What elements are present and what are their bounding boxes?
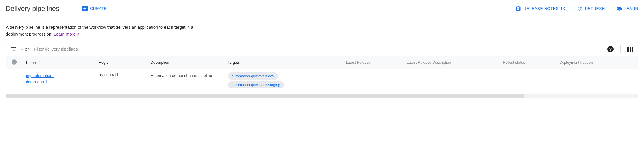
cell-latest-release: —	[341, 69, 402, 94]
target-chip[interactable]: automation-quickstart-dev	[228, 72, 278, 80]
plus-icon	[82, 6, 88, 11]
table-row[interactable]: my-automation-demo-app-1 us-central1 Aut…	[6, 69, 638, 94]
col-rollout-status[interactable]: Rollout status	[498, 56, 555, 69]
status-dot-icon	[12, 59, 17, 65]
filter-label: Filter	[20, 47, 29, 51]
learn-button[interactable]: LEARN	[616, 6, 638, 11]
col-name[interactable]: Name ↑	[21, 56, 94, 69]
filter-bar: Filter ?	[6, 42, 638, 56]
cell-region: us-central1	[94, 69, 146, 94]
cell-description: Automation demonstration pipeline	[146, 69, 223, 94]
latest-release-value: —	[346, 72, 350, 77]
description-section: A delivery pipeline is a representation …	[0, 17, 214, 42]
table-header-row: Name ↑ Region Description Targets Latest…	[6, 56, 638, 69]
latest-release-desc-value: —	[407, 72, 411, 77]
header-actions-left: CREATE	[82, 6, 107, 11]
col-latest-release-description[interactable]: Latest Release Description	[402, 56, 498, 69]
external-link-icon	[561, 6, 565, 11]
external-link-icon: ⬀	[76, 32, 79, 36]
cell-rollout-status	[498, 69, 555, 94]
refresh-button[interactable]: REFRESH	[577, 6, 605, 11]
pipeline-link[interactable]: my-automation-demo-app-1	[26, 72, 57, 85]
cell-deployment-frequency	[555, 69, 638, 94]
release-notes-label: RELEASE NOTES	[523, 6, 559, 11]
learn-label: LEARN	[624, 6, 638, 11]
header-actions-right: RELEASE NOTES REFRESH LEARN	[515, 6, 638, 11]
col-status	[6, 56, 21, 69]
col-description[interactable]: Description	[146, 56, 223, 69]
create-button-label: CREATE	[90, 6, 107, 11]
learn-more-label: Learn more	[54, 32, 76, 36]
release-notes-button[interactable]: RELEASE NOTES	[515, 6, 565, 11]
refresh-icon	[577, 6, 582, 11]
learn-icon	[616, 6, 622, 11]
filter-input[interactable]	[34, 47, 607, 51]
cell-targets: automation-quickstart-dev automation-qui…	[223, 69, 341, 94]
horizontal-scrollbar[interactable]	[6, 94, 638, 98]
columns-icon[interactable]	[627, 47, 633, 52]
col-latest-release[interactable]: Latest Release	[341, 56, 402, 69]
page-header: Delivery pipelines CREATE RELEASE NOTES …	[0, 0, 644, 17]
filter-icon	[11, 46, 17, 52]
col-targets[interactable]: Targets	[223, 56, 341, 69]
cell-latest-release-description: —	[402, 69, 498, 94]
notes-icon	[515, 6, 521, 11]
pipelines-table: Name ↑ Region Description Targets Latest…	[6, 56, 638, 94]
cell-name: my-automation-demo-app-1	[21, 69, 94, 94]
learn-more-link[interactable]: Learn more⬀	[54, 32, 79, 36]
col-deployment-frequency[interactable]: Deployment frequen	[555, 56, 638, 69]
page-title: Delivery pipelines	[6, 5, 59, 13]
cell-status	[6, 69, 21, 94]
divider	[620, 45, 621, 53]
table-container: Filter ? Name ↑ Region Description Ta	[6, 42, 638, 98]
sort-arrow-icon: ↑	[38, 60, 41, 65]
target-chip[interactable]: automation-quickstart-staging	[228, 81, 284, 88]
dotted-placeholder	[559, 72, 596, 73]
refresh-label: REFRESH	[585, 6, 605, 11]
scrollbar-thumb[interactable]	[6, 94, 524, 98]
description-text: A delivery pipeline is a representation …	[6, 25, 193, 36]
filter-right: ?	[607, 45, 633, 53]
col-region[interactable]: Region	[94, 56, 146, 69]
create-button[interactable]: CREATE	[82, 6, 107, 11]
col-name-label: Name	[26, 61, 36, 65]
help-icon[interactable]: ?	[607, 46, 614, 52]
